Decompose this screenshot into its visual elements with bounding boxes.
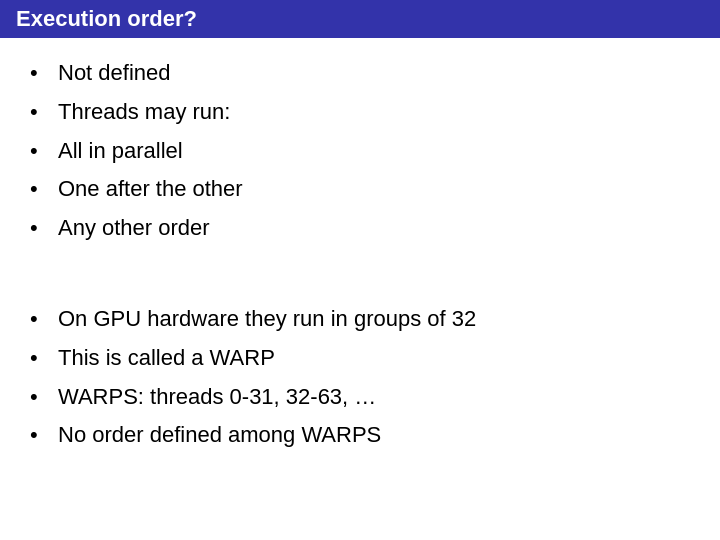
bullet-icon: • [30,174,54,205]
list-item: • One after the other [30,174,690,205]
list-item-text: Threads may run: [58,97,230,128]
bullet-icon: • [30,97,54,128]
list-item-text: All in parallel [58,136,183,167]
bullet-icon: • [30,382,54,413]
list-item: • On GPU hardware they run in groups of … [30,304,690,335]
list-item-text: This is called a WARP [58,343,275,374]
bullet-icon: • [30,304,54,335]
second-bullet-list: • On GPU hardware they run in groups of … [30,304,690,451]
header-title: Execution order? [16,6,197,31]
bullet-icon: • [30,136,54,167]
list-item: • No order defined among WARPS [30,420,690,451]
slide: Execution order? • Not defined • Threads… [0,0,720,540]
first-bullet-list: • Not defined • Threads may run: • All i… [30,58,690,244]
list-item-text: On GPU hardware they run in groups of 32 [58,304,476,335]
list-item: • All in parallel [30,136,690,167]
section-divider [30,284,690,304]
list-item-text: Not defined [58,58,171,89]
list-item-text: No order defined among WARPS [58,420,381,451]
list-item-text: Any other order [58,213,210,244]
bullet-icon: • [30,58,54,89]
list-item: • Not defined [30,58,690,89]
list-item-text: WARPS: threads 0-31, 32-63, … [58,382,376,413]
list-item: • This is called a WARP [30,343,690,374]
bullet-icon: • [30,343,54,374]
content-area: • Not defined • Threads may run: • All i… [0,48,720,479]
header-bar: Execution order? [0,0,720,38]
list-item: • WARPS: threads 0-31, 32-63, … [30,382,690,413]
list-item: • Threads may run: [30,97,690,128]
list-item: • Any other order [30,213,690,244]
list-item-text: One after the other [58,174,243,205]
bullet-icon: • [30,420,54,451]
bullet-icon: • [30,213,54,244]
